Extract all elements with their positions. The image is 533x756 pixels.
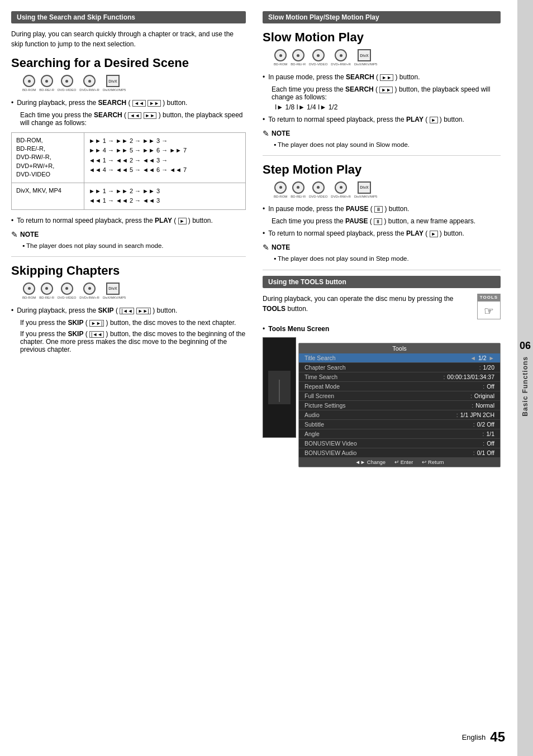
skip-dvd-rw-icon: DVD+RW/+R <box>79 283 99 300</box>
table-cell-disc-types: BD-ROM, BD-RE/-R, DVD-RW/-R, DVD+RW/+R, … <box>12 133 84 183</box>
search-bullet1: • During playback, press the SEARCH ( ◄◄… <box>11 98 246 108</box>
slow-dvd-rw-icon: DVD+RW/+R <box>331 49 351 66</box>
slow-bd-rom-icon: BD-ROM <box>274 49 287 66</box>
dvd-video-icon: DVD-VIDEO <box>58 75 76 92</box>
table-cell-divx: DivX, MKV, MP4 <box>12 183 84 209</box>
slow-speed-text: I► 1/8 I► 1/4 I► 1/2 <box>263 103 501 111</box>
search-note-section: ✎ NOTE The player does not play sound in… <box>11 230 246 251</box>
slow-dvd-video-icon: DVD-VIDEO <box>309 49 327 66</box>
slow-bd-re-r-icon: BD-RE/-R <box>291 49 306 66</box>
search-skip-header: Using the Search and Skip Functions <box>11 11 246 23</box>
search-note-text: The player does not play sound in search… <box>11 241 246 251</box>
footer-language: English <box>462 733 486 741</box>
bd-rom-icon: BD-ROM <box>22 75 36 92</box>
tools-row: Picture Settings : Normal <box>299 401 500 410</box>
tools-menu-label: • Tools Menu Screen <box>263 324 501 334</box>
slow-bullet1: • In pause mode, press the SEARCH ( ►► )… <box>263 72 501 82</box>
divider-2 <box>263 155 501 156</box>
search-bullet3: • To return to normal speed playback, pr… <box>11 216 246 226</box>
divider-3 <box>263 270 501 270</box>
search-bullet2: Each time you press the SEARCH ( ◄◄ ►► )… <box>11 111 246 127</box>
skip-divx-icon: DivX DivX/MKV/MP5 <box>103 283 123 300</box>
divider-1 <box>11 256 246 257</box>
skipping-title: Skipping Chapters <box>11 264 246 278</box>
chapter-label: Basic Functions <box>521 356 529 417</box>
skip-bd-rom-icon: BD-ROM <box>22 283 36 300</box>
page-number: 45 <box>490 729 505 745</box>
side-tab: 06 Basic Functions <box>517 0 533 756</box>
tools-row: BONUSVIEW Video : Off <box>299 439 500 448</box>
table-cell-speeds-1: ►► 1 → ►► 2 → ►► 3 → ►► 4 → ►► 5 → ►► 6 … <box>84 133 245 183</box>
table-row-1: BD-ROM, BD-RE/-R, DVD-RW/-R, DVD+RW/+R, … <box>12 133 245 183</box>
slow-bullet3: • To return to normal speed playback, pr… <box>263 114 501 125</box>
page: Using the Search and Skip Functions Duri… <box>0 0 533 756</box>
tools-row: Angle : 1/1 <box>299 429 500 439</box>
step-bullet3: • To return to normal speed playback, pr… <box>263 228 501 238</box>
skip-disc-icons: BD-ROM BD-RE/-R DVD-VIDEO DVD+RW/+R DivX… <box>22 283 246 300</box>
search-disc-icons: BD-ROM BD-RE/-R DVD-VIDEO DVD+RW/+R DivX… <box>22 75 246 92</box>
searching-title: Searching for a Desired Scene <box>11 56 246 70</box>
slow-note-section: ✎ NOTE The player does not play sound in… <box>263 129 501 150</box>
step-dvd-rw-icon: DVD+RW/+R <box>331 181 351 199</box>
main-content: Using the Search and Skip Functions Duri… <box>0 0 517 756</box>
intro-text: During play, you can search quickly thro… <box>11 29 246 49</box>
slow-step-header: Slow Motion Play/Step Motion Play <box>263 11 501 23</box>
skip-bd-re-r-icon: BD-RE/-R <box>39 283 54 300</box>
chapter-number: 06 <box>520 340 531 352</box>
step-note-section: ✎ NOTE The player does not play sound in… <box>263 243 501 264</box>
speed-table: BD-ROM, BD-RE/-R, DVD-RW/-R, DVD+RW/+R, … <box>11 132 246 210</box>
divx-icon: DivX DivX/MKV/MP5 <box>103 75 123 92</box>
step-bd-re-r-icon: BD-RE/-R <box>291 181 306 199</box>
step-disc-icons: BD-ROM BD-RE/-R DVD-VIDEO DVD+RW/+R DivX… <box>274 181 501 199</box>
tools-rows: Title Search ◄ 1/2 ► Chapter Search : 1/… <box>299 353 500 457</box>
skip-dvd-video-icon: DVD-VIDEO <box>58 283 76 300</box>
tools-bottom-bar: ◄► Change ↵ Enter ↩ Return <box>299 457 500 467</box>
slow-note-header: ✎ NOTE <box>263 129 501 138</box>
tools-row: Full Screen : Original <box>299 391 500 401</box>
slow-note-text: The player does not play sound in Slow m… <box>263 140 501 150</box>
footer: English 45 <box>462 729 505 745</box>
tools-row: Title Search ◄ 1/2 ► <box>299 353 500 363</box>
tools-row: BONUSVIEW Audio : 0/1 Off <box>299 448 500 457</box>
dvd-rw-icon: DVD+RW/+R <box>79 75 99 92</box>
step-dvd-video-icon: DVD-VIDEO <box>309 181 327 199</box>
tools-row: Audio : 1/1 JPN 2CH <box>299 410 500 420</box>
skip-bullet2: If you press the SKIP ( ►►| ) button, th… <box>11 319 246 327</box>
tools-row: Time Search : 00:00:13/01:34:37 <box>299 372 500 382</box>
tools-intro: TOOLS ☞ During playback, you can operate… <box>263 294 501 319</box>
tools-row: Subtitle : 0/2 Off <box>299 420 500 429</box>
tools-button-icon: TOOLS ☞ <box>477 294 501 319</box>
slow-disc-icons: BD-ROM BD-RE/-R DVD-VIDEO DVD+RW/+R DivX… <box>274 49 501 66</box>
step-note-header: ✎ NOTE <box>263 243 501 252</box>
step-motion-title: Step Motion Play <box>263 162 501 177</box>
step-note-text: The player does not play sound in Step m… <box>263 254 501 264</box>
skip-bullet3: If you press the SKIP ( |◄◄ ) button, th… <box>11 330 246 353</box>
tools-screen-area: Tools Title Search ◄ 1/2 ► Chapter Searc… <box>263 337 501 467</box>
tools-thumbnail <box>263 337 296 438</box>
tools-row: Chapter Search : 1/20 <box>299 363 500 372</box>
tools-row: Repeat Mode : Off <box>299 382 500 391</box>
step-bullet2: Each time you press the PAUSE ( ⏸ ) butt… <box>263 217 501 225</box>
slow-divx-icon: DivX DivX/MKV/MP5 <box>354 49 374 66</box>
search-note-header: ✎ NOTE <box>11 230 246 239</box>
skip-bullet1: • During playback, press the SKIP ( |◄◄ … <box>11 305 246 315</box>
tools-header: Using the TOOLS button <box>263 276 501 288</box>
slow-bullet2: Each time you press the SEARCH ( ►► ) bu… <box>263 85 501 101</box>
bd-re-r-icon: BD-RE/-R <box>39 75 54 92</box>
step-divx-icon: DivX DivX/MKV/MP5 <box>354 181 374 199</box>
table-row-2: DivX, MKV, MP4 ►► 1 → ►► 2 → ►► 3 ◄◄ 1 →… <box>12 183 245 209</box>
step-bd-rom-icon: BD-ROM <box>274 181 287 199</box>
tools-screen-title: Tools <box>299 343 500 353</box>
slow-motion-title: Slow Motion Play <box>263 30 501 45</box>
table-cell-speeds-2: ►► 1 → ►► 2 → ►► 3 ◄◄ 1 → ◄◄ 2 → ◄◄ 3 <box>84 183 245 209</box>
step-bullet1: • In pause mode, press the PAUSE ( ⏸ ) b… <box>263 204 501 214</box>
right-column: Slow Motion Play/Step Motion Play Slow M… <box>257 11 501 745</box>
tools-screen: Tools Title Search ◄ 1/2 ► Chapter Searc… <box>298 343 501 467</box>
left-column: Using the Search and Skip Functions Duri… <box>11 11 257 745</box>
